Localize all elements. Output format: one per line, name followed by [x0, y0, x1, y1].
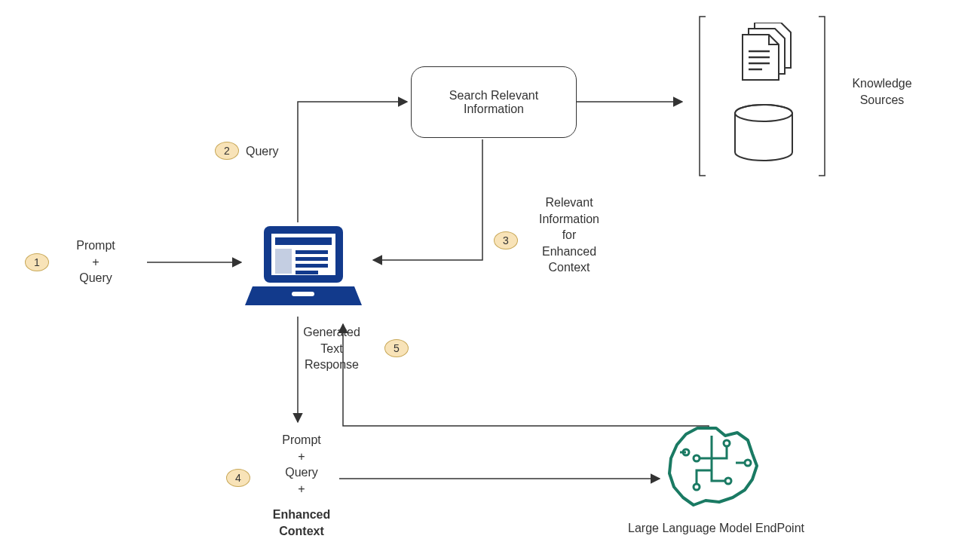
svg-rect-10: [296, 264, 328, 268]
svg-rect-6: [275, 237, 332, 245]
step-badge-5: 5: [384, 339, 409, 357]
svg-rect-7: [275, 249, 292, 274]
label-query: Query: [246, 143, 279, 160]
label-knowledge-sources: Knowledge Sources: [841, 75, 923, 108]
knowledge-sources-group: [698, 15, 826, 177]
documents-icon: [740, 23, 792, 81]
label-llm-endpoint: Large Language Model EndPoint: [603, 520, 829, 537]
step-number: 3: [503, 234, 509, 246]
svg-point-19: [694, 455, 700, 461]
svg-rect-8: [296, 250, 328, 254]
label-prompt-query: Prompt + Query: [62, 237, 130, 286]
svg-rect-9: [296, 257, 328, 261]
svg-point-20: [724, 440, 730, 446]
svg-point-21: [725, 478, 731, 484]
label-enhanced-context: Enhanced Context: [256, 507, 347, 539]
svg-point-23: [745, 460, 751, 466]
svg-rect-11: [296, 271, 318, 274]
step-number: 4: [235, 472, 241, 484]
step-badge-3: 3: [494, 231, 518, 249]
svg-point-22: [694, 484, 700, 490]
label-prompt-query-enhanced-top: Prompt + Query +: [264, 432, 339, 497]
database-icon: [732, 104, 796, 163]
label-generated-response: Generated Text Response: [294, 324, 369, 373]
search-box: Search Relevant Information: [411, 66, 577, 138]
search-box-label: Search Relevant Information: [449, 89, 538, 116]
step-badge-2: 2: [215, 142, 239, 160]
step-badge-4: 4: [226, 469, 250, 487]
step-number: 2: [224, 145, 230, 157]
svg-rect-12: [292, 292, 314, 296]
step-badge-1: 1: [25, 253, 49, 271]
laptop-icon: [245, 222, 362, 313]
brain-chip-icon: [663, 422, 761, 509]
step-number: 1: [34, 256, 40, 268]
label-relevant-info: Relevant Information for Enhanced Contex…: [528, 194, 611, 276]
step-number: 5: [394, 342, 400, 354]
